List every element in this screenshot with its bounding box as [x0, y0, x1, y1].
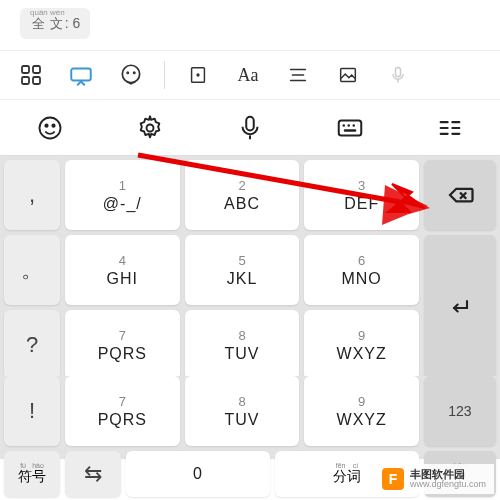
ime-toolbar: [0, 100, 500, 156]
keyboard-icon[interactable]: [300, 100, 400, 155]
side-key-comma[interactable]: ,: [4, 160, 60, 230]
key-3[interactable]: 3DEF: [304, 160, 419, 230]
side-key-period[interactable]: 。: [4, 235, 60, 305]
watermark-logo: F: [382, 468, 404, 490]
svg-point-6: [127, 72, 128, 73]
svg-point-17: [52, 124, 54, 126]
keyboard-toggle-icon[interactable]: [60, 54, 102, 96]
key-8[interactable]: 8TUV: [185, 310, 300, 380]
watermark: F 丰图软件园 www.dgfengtu.com: [374, 464, 494, 494]
key-9[interactable]: 9WXYZ: [304, 310, 419, 380]
gear-icon[interactable]: [100, 100, 200, 155]
rect-icon[interactable]: [177, 54, 219, 96]
svg-point-9: [197, 74, 199, 76]
context-pill[interactable]: 全文quán wén: 6: [20, 8, 90, 39]
svg-rect-1: [33, 66, 40, 73]
svg-rect-14: [396, 68, 401, 77]
symbol-key[interactable]: 符号fú hào: [4, 451, 60, 497]
switch-key[interactable]: ⇆: [65, 451, 121, 497]
font-icon[interactable]: Aa: [227, 54, 269, 96]
side-key-exclaim[interactable]: !: [4, 376, 60, 446]
side-key-question[interactable]: ?: [4, 310, 60, 380]
key-6[interactable]: 6MNO: [304, 235, 419, 305]
key-8b[interactable]: 8TUV: [185, 376, 300, 446]
emoji-face-icon[interactable]: [110, 54, 152, 96]
key-9b[interactable]: 9WXYZ: [304, 376, 419, 446]
svg-point-18: [147, 124, 154, 131]
svg-rect-2: [22, 77, 29, 84]
align-icon[interactable]: [277, 54, 319, 96]
svg-rect-20: [339, 120, 362, 135]
svg-point-15: [40, 117, 61, 138]
svg-rect-19: [246, 116, 254, 130]
svg-point-7: [134, 72, 135, 73]
toolbar-divider: [164, 61, 165, 89]
key-4[interactable]: 4GHI: [65, 235, 180, 305]
smiley-icon[interactable]: [0, 100, 100, 155]
key-2[interactable]: 2ABC: [185, 160, 300, 230]
enter-key[interactable]: [424, 235, 496, 380]
mic-icon[interactable]: [200, 100, 300, 155]
image-icon[interactable]: [327, 54, 369, 96]
key-0[interactable]: 0: [126, 451, 270, 497]
svg-rect-13: [341, 69, 356, 82]
watermark-url: www.dgfengtu.com: [410, 480, 486, 490]
num123-key[interactable]: 123: [424, 376, 496, 446]
apps-icon[interactable]: [10, 54, 52, 96]
svg-rect-0: [22, 66, 29, 73]
editor-toolbar: Aa: [0, 50, 500, 100]
key-7[interactable]: 7PQRS: [65, 310, 180, 380]
key-1[interactable]: 1@-_/: [65, 160, 180, 230]
svg-point-16: [45, 124, 47, 126]
svg-point-5: [122, 65, 139, 82]
key-5[interactable]: 5JKL: [185, 235, 300, 305]
key-7b[interactable]: 7PQRS: [65, 376, 180, 446]
svg-rect-3: [33, 77, 40, 84]
mic-small-icon[interactable]: [377, 54, 419, 96]
svg-rect-4: [71, 69, 91, 81]
menu-lines-icon[interactable]: [400, 100, 500, 155]
backspace-key[interactable]: [424, 160, 496, 230]
